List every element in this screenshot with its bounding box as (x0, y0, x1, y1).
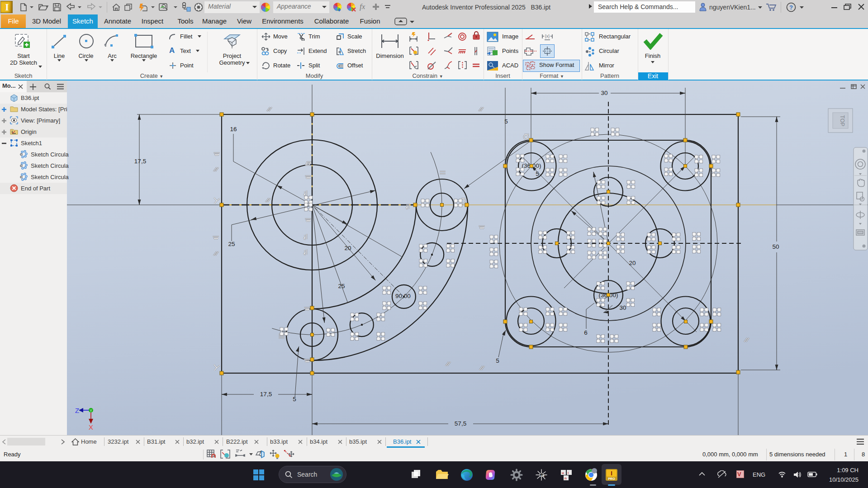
svg-text:u: u (562, 471, 564, 475)
svg-text:5: 5 (496, 357, 499, 364)
svg-text:Z: Z (75, 407, 79, 414)
svg-text:i: i (568, 471, 569, 475)
svg-text:Y: Y (90, 408, 92, 413)
svg-text:TOP: TOP (839, 115, 845, 126)
svg-text:n: n (564, 476, 567, 480)
svg-text:17,5: 17,5 (260, 391, 272, 398)
svg-text:5: 5 (504, 118, 508, 125)
svg-text:17,5: 17,5 (134, 158, 146, 165)
svg-text:X: X (89, 423, 93, 431)
svg-text:30: 30 (601, 90, 607, 96)
svg-text:?: ? (789, 4, 793, 11)
svg-text:25: 25 (338, 283, 345, 289)
svg-text:20: 20 (629, 260, 636, 266)
svg-text:50: 50 (772, 243, 779, 250)
svg-text:I: I (611, 470, 612, 477)
svg-text:16: 16 (230, 126, 237, 133)
svg-text:5: 5 (293, 396, 296, 403)
svg-text:6: 6 (584, 329, 588, 336)
svg-text:25: 25 (228, 241, 235, 247)
svg-text:ink: ink (541, 474, 545, 477)
svg-text:5: 5 (536, 171, 539, 177)
svg-text:{x}: {x} (545, 34, 550, 38)
svg-text:30: 30 (619, 304, 626, 311)
svg-text:20: 20 (344, 245, 351, 251)
svg-text:57,5: 57,5 (455, 420, 466, 427)
svg-text:PRO: PRO (608, 477, 615, 480)
